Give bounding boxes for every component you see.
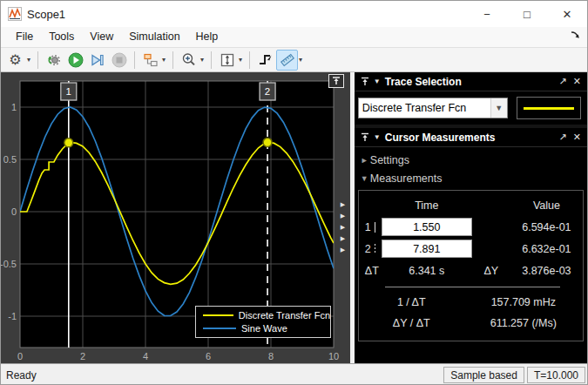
dashed-line-icon — [375, 244, 375, 254]
stepping-options-button[interactable] — [43, 50, 64, 71]
cursor1-value: 6.594e-01 — [510, 221, 583, 233]
menu-simulation[interactable]: Simulation — [121, 29, 187, 45]
splitter-arrow-icon: ▶ — [341, 199, 349, 210]
table-header-row: Time Value — [359, 194, 583, 216]
toolbar-overflow-icon[interactable] — [570, 30, 580, 39]
trace-select-dropdown[interactable]: Discrete Transfer Fcn ▼ — [358, 98, 508, 118]
panel-splitter[interactable]: ▶ ▶ ▶ ▶ ▶ — [341, 199, 349, 255]
plot-legend: Discrete Transfer Fcn Sine Wave — [195, 306, 331, 338]
svg-text:0: 0 — [11, 206, 17, 217]
run-button[interactable] — [64, 50, 86, 71]
app-icon — [8, 7, 22, 21]
block-diagram-icon — [143, 52, 159, 68]
cursor2-row: 2 6.632e-01 — [359, 238, 583, 260]
zoom-caret[interactable]: ▾ — [199, 56, 206, 64]
step-forward-icon — [90, 52, 105, 68]
cursor-measurements-caret[interactable]: ▾ — [298, 56, 305, 64]
cursor-measurements-panel: ▼ Cursor Measurements ↗ ✕ ► Settings ▼ M… — [355, 128, 587, 363]
status-text: Ready — [6, 369, 441, 382]
step-forward-button[interactable] — [86, 50, 108, 71]
rollup-pin-icon[interactable] — [361, 77, 369, 86]
splitter-arrow-icon: ▶ — [341, 233, 349, 244]
cursor2-label: 2 — [365, 243, 371, 255]
fit-to-view-button[interactable] — [216, 50, 238, 71]
simulink-snapshot-caret[interactable]: ▾ — [161, 56, 168, 64]
delta-row: ΔT 6.341 s ΔY 3.876e-03 — [359, 260, 583, 281]
measurements-label: Measurements — [370, 172, 443, 185]
trigger-button[interactable] — [254, 50, 276, 71]
cursor-measurements-header[interactable]: ▼ Cursor Measurements ↗ ✕ — [355, 128, 587, 147]
svg-text:1: 1 — [66, 86, 71, 97]
panel-title: Cursor Measurements — [385, 132, 559, 144]
svg-text:2: 2 — [265, 86, 270, 97]
configuration-button[interactable]: ⚙ — [4, 50, 26, 71]
sim-time-cell: T=10.000 — [527, 367, 585, 383]
selected-trace: Discrete Transfer Fcn — [359, 102, 490, 114]
undock-icon[interactable]: ↗ — [559, 76, 567, 87]
trigger-icon — [258, 52, 274, 68]
zoom-icon — [181, 52, 197, 68]
maximize-button[interactable]: □ — [507, 1, 547, 27]
sample-mode-cell: Sample based — [443, 367, 524, 383]
menu-file[interactable]: File — [8, 29, 41, 45]
svg-text:0.5: 0.5 — [3, 154, 17, 165]
right-panel-column: ▼ Trace Selection ↗ ✕ Discrete Transfer … — [355, 72, 587, 363]
gear-icon: ⚙ — [9, 53, 21, 67]
menu-view[interactable]: View — [82, 29, 121, 45]
svg-text:-1: -1 — [8, 311, 17, 321]
simulink-snapshot-button[interactable] — [139, 50, 161, 71]
measurements-toggle[interactable]: ▼ Measurements — [358, 169, 584, 187]
splitter-arrow-icon: ▶ — [341, 245, 349, 255]
minimize-button[interactable]: − — [467, 1, 507, 27]
fit-to-view-icon — [220, 52, 235, 68]
menu-tools[interactable]: Tools — [41, 29, 82, 45]
svg-text:10: 10 — [328, 351, 339, 361]
solid-line-icon — [375, 222, 375, 233]
cursor2-value: 6.632e-01 — [510, 243, 583, 255]
close-button[interactable]: ✕ — [547, 1, 587, 27]
legend-line-yellow — [203, 314, 233, 316]
trace-selection-body: Discrete Transfer Fcn ▼ — [355, 91, 587, 125]
menu-help[interactable]: Help — [188, 29, 226, 45]
ruler-icon — [280, 52, 295, 68]
trace-selection-panel: ▼ Trace Selection ↗ ✕ Discrete Transfer … — [355, 72, 587, 125]
cursor-measurements-button[interactable] — [276, 50, 298, 71]
undock-icon[interactable]: ↗ — [559, 132, 567, 143]
title-bar: Scope1 − □ ✕ — [1, 1, 587, 27]
legend-label: Discrete Transfer Fcn — [239, 310, 330, 321]
trace-style-sample[interactable] — [517, 97, 581, 119]
zoom-button[interactable] — [178, 50, 199, 71]
legend-line-blue — [203, 328, 236, 329]
cursor1-time-input[interactable] — [382, 218, 472, 236]
configuration-caret[interactable]: ▾ — [26, 56, 33, 64]
frequency-row: 1 / ΔT 157.709 mHz — [359, 292, 583, 313]
value-header: Value — [510, 199, 583, 212]
chevron-down-icon: ▼ — [490, 98, 507, 118]
settings-toggle[interactable]: ► Settings — [358, 151, 584, 169]
panel-title: Trace Selection — [385, 76, 559, 88]
toolbar: ⚙ ▾ — [1, 47, 587, 72]
inv-dt-label: 1 / ΔT — [359, 296, 464, 308]
stop-button[interactable] — [108, 50, 130, 71]
table-divider — [385, 287, 560, 287]
close-panel-icon[interactable]: ✕ — [573, 132, 581, 143]
status-bar: Ready Sample based T=10.000 — [1, 363, 587, 385]
cursor2-time-input[interactable] — [382, 240, 472, 258]
close-panel-icon[interactable]: ✕ — [573, 76, 581, 87]
svg-text:2: 2 — [80, 351, 85, 361]
plot-panel: 024681010.50-0.5-112 Discrete Transfer F… — [1, 72, 350, 363]
cursor1-label: 1 — [365, 221, 371, 233]
delta-y-value: 3.876e-03 — [510, 265, 583, 277]
legend-item: Discrete Transfer Fcn — [196, 308, 330, 321]
fit-to-view-caret[interactable]: ▾ — [238, 56, 245, 64]
run-icon — [68, 52, 84, 68]
cursor-measurements-body: ► Settings ▼ Measurements Time Value — [355, 147, 587, 363]
collapse-icon[interactable]: ▼ — [374, 78, 381, 85]
scope-window: Scope1 − □ ✕ File Tools View Simulation … — [0, 0, 588, 385]
scroll-up-button[interactable] — [328, 74, 344, 88]
rollup-pin-icon[interactable] — [361, 132, 369, 142]
trace-selection-header[interactable]: ▼ Trace Selection ↗ ✕ — [355, 72, 587, 91]
collapse-icon[interactable]: ▼ — [374, 133, 381, 141]
svg-text:6: 6 — [206, 351, 211, 361]
measurements-table: Time Value 1 6.594e-01 — [358, 190, 584, 341]
